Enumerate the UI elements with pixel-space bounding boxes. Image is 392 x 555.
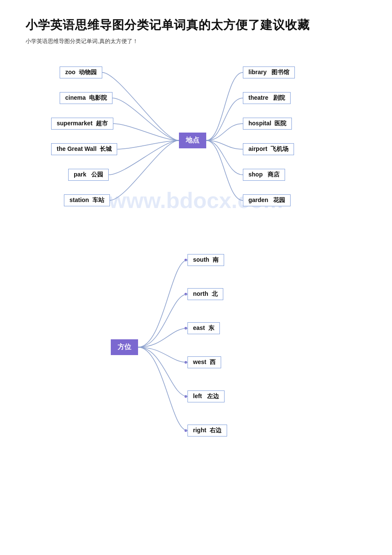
svg-point-4 [184, 395, 187, 398]
node-south: south 南 [187, 254, 224, 266]
node-east: east 东 [187, 322, 220, 334]
node-shop: shop 商店 [243, 169, 285, 181]
node-cinema: cinema 电影院 [60, 92, 112, 104]
node-left: left 左边 [187, 390, 225, 402]
node-zoo: zoo 动物园 [60, 66, 102, 78]
center-node-location: 地点 [179, 133, 206, 148]
svg-point-3 [184, 361, 187, 364]
node-great-wall: the Great Wall 长城 [51, 143, 117, 155]
node-west: west 西 [187, 356, 221, 368]
node-park: park 公园 [68, 169, 109, 181]
section2-mindmap: 方位 south 南 north 北 east 东 west 西 left 左边… [26, 246, 366, 467]
node-station: station 车站 [64, 194, 110, 206]
svg-point-5 [184, 429, 187, 432]
section1-mindmap: zoo 动物园 cinema 电影院 supermarket 超市 the Gr… [26, 54, 366, 233]
node-theatre: theatre 剧院 [243, 92, 291, 104]
node-library: library 图书馆 [243, 66, 295, 78]
subtitle: 小学英语思维导图分类记单词,真的太方便了！ [26, 38, 366, 45]
svg-point-2 [184, 327, 187, 330]
center-node-direction: 方位 [111, 339, 138, 355]
svg-point-0 [184, 259, 187, 261]
svg-point-1 [184, 293, 187, 295]
node-supermarket: supermarket 超市 [51, 118, 113, 130]
node-airport: airport 飞机场 [243, 143, 294, 155]
node-garden: garden 花园 [243, 194, 291, 206]
node-hospital: hospital 医院 [243, 118, 292, 130]
node-right: right 右边 [187, 425, 227, 436]
node-north: north 北 [187, 288, 223, 300]
page-title: 小学英语思维导图分类记单词真的太方便了建议收藏 [26, 17, 366, 33]
